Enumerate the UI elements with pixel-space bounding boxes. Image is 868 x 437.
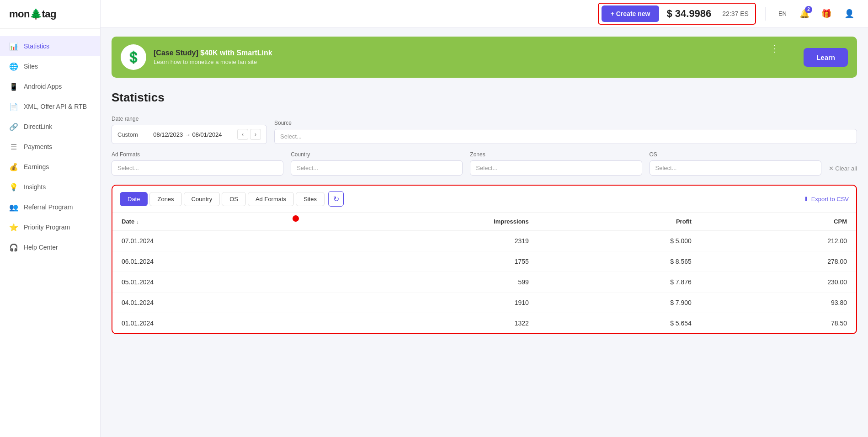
- statistics-table: Date↓ImpressionsProfitCPM 07.01.20242319…: [112, 213, 856, 333]
- date-range-picker[interactable]: Custom 08/12/2023 → 08/01/2024 ‹ ›: [112, 125, 267, 144]
- gift-icon-button[interactable]: 🎁: [819, 7, 834, 21]
- table-row: 07.01.20242319$ 5.000212.00: [112, 231, 856, 251]
- page-content: 💲 [Case Study] $40K with SmartLink Learn…: [101, 27, 868, 437]
- sidebar-item-statistics[interactable]: 📊Statistics: [0, 36, 100, 56]
- clear-all-button[interactable]: ✕ Clear all: [829, 161, 857, 176]
- tab-date[interactable]: Date: [120, 192, 148, 206]
- help-icon: 🎧: [9, 243, 18, 252]
- sidebar-item-earnings[interactable]: 💰Earnings: [0, 157, 100, 177]
- tab-zones[interactable]: Zones: [149, 192, 181, 206]
- tab-bar: DateZonesCountryOSAd FormatsSites↻ ⬇ Exp…: [112, 186, 856, 213]
- sidebar-item-priority[interactable]: ⭐Priority Program: [0, 217, 100, 237]
- banner-title-highlight: [Case Study]: [154, 49, 198, 57]
- header: + Create new $ 34.9986 22:37 ES EN 🔔 2 🎁…: [101, 0, 868, 27]
- earnings-icon: 💰: [9, 162, 18, 171]
- sidebar-label-payments: Payments: [24, 143, 52, 150]
- cell-impressions-4: 1322: [319, 313, 538, 334]
- cell-date-2: 05.01.2024: [112, 272, 319, 293]
- cell-profit-4: $ 5.654: [538, 313, 701, 334]
- header-divider: [765, 7, 766, 21]
- export-csv-button[interactable]: ⬇ Export to CSV: [804, 196, 849, 203]
- cell-cpm-4: 78.50: [701, 313, 856, 334]
- referral-icon: 👥: [9, 203, 18, 212]
- statistics-icon: 📊: [9, 42, 18, 51]
- user-icon-button[interactable]: 👤: [841, 7, 857, 21]
- banner-title: [Case Study] $40K with SmartLink: [154, 49, 804, 57]
- main-area: + Create new $ 34.9986 22:37 ES EN 🔔 2 🎁…: [101, 0, 868, 437]
- android-apps-icon: 📱: [9, 82, 18, 91]
- table-row: 04.01.20241910$ 7.90093.80: [112, 293, 856, 313]
- sidebar-item-referral[interactable]: 👥Referral Program: [0, 197, 100, 217]
- tab-country[interactable]: Country: [184, 192, 220, 206]
- zones-group: Zones Select...: [470, 151, 642, 176]
- banner-title-rest: $40K with SmartLink: [198, 49, 272, 57]
- refresh-button[interactable]: ↻: [328, 191, 344, 207]
- banner-learn-button[interactable]: Learn: [804, 48, 848, 67]
- source-label: Source: [274, 120, 857, 126]
- notifications-button[interactable]: 🔔 2: [798, 7, 811, 21]
- source-placeholder: Select...: [280, 133, 302, 140]
- date-range-type: Custom: [117, 131, 138, 138]
- sidebar-label-insights: Insights: [24, 183, 46, 191]
- date-next-button[interactable]: ›: [250, 129, 261, 140]
- time-display: 22:37 ES: [719, 10, 752, 17]
- country-label: Country: [291, 151, 463, 158]
- filters-section: Date range Custom 08/12/2023 → 08/01/202…: [112, 116, 857, 176]
- cell-impressions-1: 1755: [319, 251, 538, 272]
- os-select[interactable]: Select...: [650, 160, 821, 176]
- sites-icon: 🌐: [9, 62, 18, 71]
- sidebar-label-android-apps: Android Apps: [24, 83, 62, 90]
- date-prev-button[interactable]: ‹: [237, 129, 248, 140]
- country-group: Country Select...: [291, 151, 463, 176]
- insights-icon: 💡: [9, 182, 18, 192]
- sidebar-label-xml-api: XML, Offer API & RTB: [24, 103, 87, 110]
- sidebar-label-sites: Sites: [24, 63, 38, 70]
- payments-icon: ☰: [9, 142, 18, 151]
- language-selector[interactable]: EN: [775, 10, 790, 17]
- col-header-date[interactable]: Date↓: [112, 213, 319, 231]
- banner-more-button[interactable]: ⋮: [770, 43, 779, 54]
- date-range-label: Date range: [112, 116, 267, 122]
- zones-label: Zones: [470, 151, 642, 158]
- cell-impressions-3: 1910: [319, 293, 538, 313]
- create-new-button[interactable]: + Create new: [602, 5, 660, 22]
- tab-ad-formats[interactable]: Ad Formats: [248, 192, 294, 206]
- zones-select[interactable]: Select...: [470, 160, 642, 176]
- balance-display: $ 34.9986: [659, 8, 719, 20]
- table-row: 06.01.20241755$ 8.565278.00: [112, 251, 856, 272]
- sidebar-label-statistics: Statistics: [24, 43, 49, 50]
- source-group: Source Select...: [274, 120, 857, 144]
- sidebar-item-sites[interactable]: 🌐Sites: [0, 56, 100, 76]
- sidebar-item-insights[interactable]: 💡Insights: [0, 177, 100, 197]
- banner-icon: 💲: [121, 44, 146, 70]
- ad-formats-label: Ad Formats: [112, 151, 283, 158]
- sidebar-nav: 📊Statistics🌐Sites📱Android Apps📄XML, Offe…: [0, 32, 100, 261]
- sidebar-item-payments[interactable]: ☰Payments: [0, 137, 100, 157]
- cell-cpm-1: 278.00: [701, 251, 856, 272]
- ad-formats-select[interactable]: Select...: [112, 160, 283, 176]
- statistics-table-section: DateZonesCountryOSAd FormatsSites↻ ⬇ Exp…: [112, 185, 857, 334]
- source-select[interactable]: Select...: [274, 129, 857, 144]
- tab-os[interactable]: OS: [222, 192, 246, 206]
- cell-profit-0: $ 5.000: [538, 231, 701, 251]
- export-icon: ⬇: [804, 196, 809, 203]
- sidebar-item-android-apps[interactable]: 📱Android Apps: [0, 76, 100, 96]
- notif-badge: 2: [805, 6, 812, 13]
- sidebar-label-help: Help Center: [24, 244, 58, 251]
- logo-text: mon🌲tag: [9, 8, 56, 20]
- banner-subtitle: Learn how to monetize a movie fan site: [154, 59, 804, 65]
- promo-banner: 💲 [Case Study] $40K with SmartLink Learn…: [112, 37, 857, 78]
- sidebar-label-priority: Priority Program: [24, 224, 70, 231]
- sort-icon: ↓: [136, 219, 139, 224]
- cell-profit-3: $ 7.900: [538, 293, 701, 313]
- os-label: OS: [650, 151, 821, 158]
- tab-sites[interactable]: Sites: [296, 192, 325, 206]
- sidebar-item-directlink[interactable]: 🔗DirectLink: [0, 117, 100, 137]
- cell-impressions-0: 2319: [319, 231, 538, 251]
- priority-icon: ⭐: [9, 223, 18, 232]
- sidebar-item-help[interactable]: 🎧Help Center: [0, 237, 100, 257]
- ad-formats-group: Ad Formats Select...: [112, 151, 283, 176]
- cell-profit-1: $ 8.565: [538, 251, 701, 272]
- country-select[interactable]: Select...: [291, 160, 463, 176]
- sidebar-item-xml-api[interactable]: 📄XML, Offer API & RTB: [0, 96, 100, 117]
